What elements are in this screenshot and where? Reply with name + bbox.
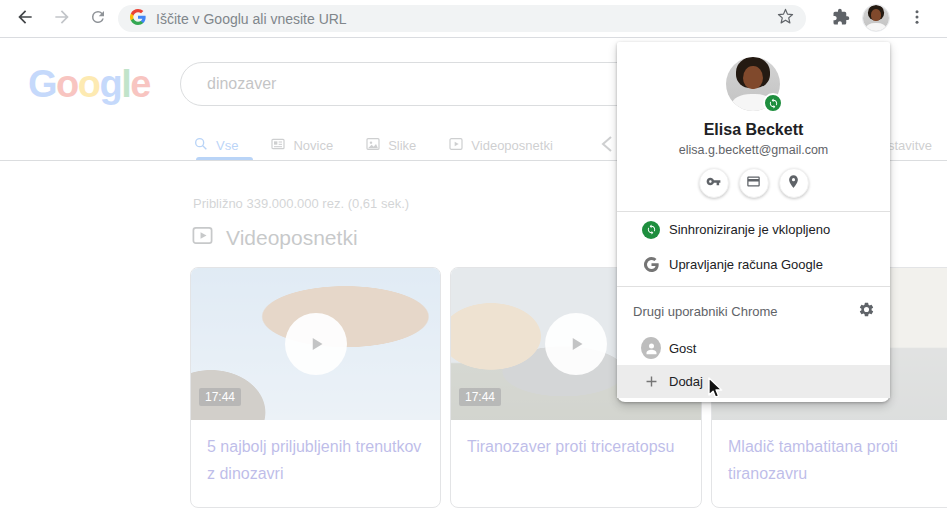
sync-on-icon <box>641 221 661 239</box>
payment-methods-button[interactable] <box>739 168 769 198</box>
news-tab-icon <box>270 136 286 155</box>
addresses-button[interactable] <box>779 168 809 198</box>
sync-status-label: Sinhroniziranje je vklopljeno <box>669 222 830 237</box>
google-logo[interactable]: Google <box>28 63 150 106</box>
profile-menu: Elisa Beckett elisa.g.beckett@gmail.com … <box>617 42 890 402</box>
results-stats: Približno 339.000.000 rez. (0,61 sek.) <box>193 196 409 211</box>
add-person-row[interactable]: Dodaj <box>617 365 890 398</box>
tab-label: Slike <box>388 138 416 153</box>
google-g-icon <box>641 257 661 272</box>
reload-button[interactable] <box>86 7 110 31</box>
tab-label: Novice <box>293 138 333 153</box>
forward-button[interactable] <box>50 7 74 31</box>
credit-card-icon <box>746 174 761 193</box>
location-pin-icon <box>786 174 801 193</box>
search-query: dinozaver <box>207 75 276 93</box>
other-users-header: Drugi uporabniki Chrome <box>633 304 778 319</box>
guest-row[interactable]: Gost <box>617 331 890 365</box>
manage-account-row[interactable]: Upravljanje računa Google <box>617 247 890 282</box>
video-title[interactable]: Mladič tambatitana proti tiranozavru <box>712 420 947 487</box>
key-icon <box>706 174 721 193</box>
tab-novice[interactable]: Novice <box>270 131 333 160</box>
tab-label: Videoposnetki <box>471 138 552 153</box>
bookmark-star-icon[interactable] <box>777 8 794 29</box>
sync-status-row[interactable]: Sinhroniziranje je vklopljeno <box>617 212 890 247</box>
profile-menu-avatar <box>726 57 780 111</box>
address-bar[interactable]: Iščite v Googlu ali vnesite URL <box>118 5 806 32</box>
guest-label: Gost <box>669 341 696 356</box>
profile-quick-actions <box>617 168 890 198</box>
address-bar-placeholder: Iščite v Googlu ali vnesite URL <box>156 11 777 27</box>
manage-users-button[interactable] <box>856 301 876 321</box>
puzzle-icon <box>832 8 850 30</box>
menu-divider <box>617 286 890 287</box>
google-favicon <box>130 9 146 29</box>
images-tab-icon <box>365 136 381 155</box>
kebab-menu-icon <box>908 8 926 30</box>
back-button[interactable] <box>13 7 37 31</box>
tab-videoposnetki[interactable]: Videoposnetki <box>448 131 552 160</box>
videos-section-header: Videoposnetki <box>191 224 358 251</box>
add-person-label: Dodaj <box>669 374 703 389</box>
passwords-button[interactable] <box>699 168 729 198</box>
video-duration: 17:44 <box>199 388 241 406</box>
manage-account-label: Upravljanje računa Google <box>669 257 823 272</box>
extensions-button[interactable] <box>829 7 853 31</box>
avatar <box>863 5 889 31</box>
videos-section-icon <box>191 224 214 251</box>
play-icon[interactable] <box>545 313 607 375</box>
play-icon[interactable] <box>285 313 347 375</box>
sync-badge-icon <box>763 93 783 113</box>
forward-icon <box>52 7 72 31</box>
video-title[interactable]: Tiranozaver proti triceratopsu <box>451 420 701 460</box>
profile-name: Elisa Beckett <box>617 121 890 139</box>
partial-tab-icon <box>598 134 614 158</box>
video-card[interactable]: 17:44 5 najbolj priljubljenih trenutkov … <box>190 267 441 508</box>
profile-avatar-button[interactable] <box>862 4 890 32</box>
plus-icon <box>641 373 661 390</box>
guest-icon <box>641 337 661 359</box>
mouse-cursor <box>706 376 725 405</box>
back-icon <box>15 7 35 31</box>
video-duration: 17:44 <box>459 388 501 406</box>
video-title[interactable]: 5 najbolj priljubljenih trenutkov z dino… <box>191 420 440 487</box>
videos-tab-icon <box>448 136 464 155</box>
tab-label: Vse <box>216 138 238 153</box>
search-tab-icon <box>193 136 209 155</box>
reload-icon <box>89 8 107 30</box>
browser-toolbar: Iščite v Googlu ali vnesite URL <box>0 0 947 38</box>
result-tabs: Vse Novice Slike Videoposnetki <box>193 131 553 160</box>
browser-menu-button[interactable] <box>905 7 929 31</box>
video-thumbnail[interactable]: 17:44 <box>191 268 440 420</box>
tab-slike[interactable]: Slike <box>365 131 416 160</box>
gear-icon <box>858 301 875 322</box>
tab-vse[interactable]: Vse <box>193 131 238 160</box>
profile-email: elisa.g.beckett@gmail.com <box>617 143 890 157</box>
videos-section-title: Videoposnetki <box>226 226 358 250</box>
